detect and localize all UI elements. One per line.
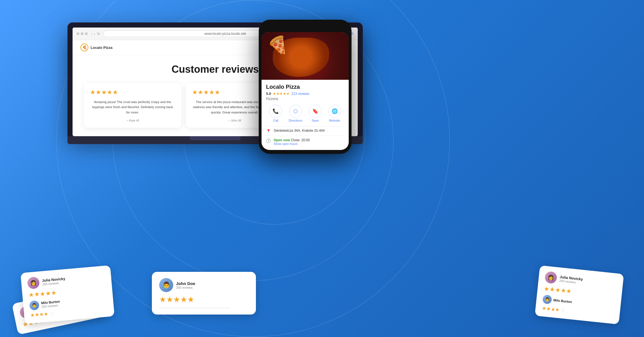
review-author-1: ~ Kate M: [90, 119, 175, 122]
john-doe-stars: ★★★★★: [159, 295, 249, 304]
john-doe-reviews: 200 reviews: [176, 286, 195, 289]
directions-label: Directions: [289, 119, 302, 122]
browser-dot-1: [76, 32, 79, 35]
location-icon: 📍: [266, 129, 271, 133]
save-icon: 🔖: [309, 105, 322, 118]
show-hours-link[interactable]: Show open hours: [274, 142, 310, 145]
phone-rating-number: 5.0: [266, 92, 271, 96]
review-stars-1: ★★★★★: [90, 89, 175, 96]
john-doe-name: John Doe: [176, 281, 195, 286]
phone-directions-button[interactable]: ⬡ Directions: [289, 105, 302, 122]
call-label: Call: [273, 119, 278, 122]
cards-bottom-right: 👩 Julia Novicky 200 reviews ★★★★★ 👨 Milo…: [537, 270, 622, 320]
clock-icon: 🕐: [266, 138, 271, 143]
milo-right-info: Milo Burton: [553, 298, 572, 304]
phone-business-info: Localo Pizza 5.0 ★★★★★ 213 reviews Pizze…: [262, 80, 349, 150]
website-icon: 🌐: [328, 105, 341, 118]
avatar-milo-right: 👨: [542, 295, 552, 304]
avatar-julia-2: 👩: [27, 277, 40, 290]
nested-user-info: Milo Burton 200 reviews: [41, 300, 60, 309]
milo-empty-star: ☆: [49, 310, 54, 316]
right-review-card-main: 👩 Julia Novicky 200 reviews ★★★★★ 👨 Milo…: [535, 265, 624, 324]
phone-save-button[interactable]: 🔖 Save: [309, 105, 322, 122]
phone-reviews-link[interactable]: 213 reviews: [291, 92, 309, 96]
scene: ‹ › ↻ www.localo-pizza.localo.site ≡ 🍕 L…: [0, 0, 644, 337]
pizza-visual: [262, 32, 349, 80]
close-time-text: Close: 20:00: [291, 138, 310, 142]
save-label: Save: [312, 119, 319, 122]
phone-address-row: 📍 Sienkiewicza 34A, Kraków 31-444: [266, 126, 344, 136]
phone-rating-stars: ★★★★★: [273, 92, 290, 96]
right-user-info: Julia Novicky 200 reviews: [559, 275, 583, 285]
phone-category: Pizzeria: [266, 97, 344, 101]
phone: Localo Pizza 5.0 ★★★★★ 213 reviews Pizze…: [259, 20, 352, 154]
phone-business-name: Localo Pizza: [266, 84, 344, 90]
john-doe-row: 👨 John Doe 200 reviews: [159, 278, 249, 292]
logo-icon: 🍕: [80, 44, 88, 51]
john-doe-info: John Doe 200 reviews: [176, 281, 195, 289]
milo-right-name: Milo Burton: [553, 298, 572, 304]
phone-call-button[interactable]: 📞 Call: [269, 105, 282, 122]
john-doe-divider: [159, 308, 231, 308]
review-text-1: Amazing pizza! The crust was perfectly c…: [90, 99, 175, 115]
julia-right-stars: ★★★★★: [543, 285, 572, 295]
milo-right-star-icons: ★★★★: [541, 305, 560, 313]
browser-dot-3: [85, 32, 88, 35]
phone-open-status: Open now: [274, 138, 290, 142]
brand-name: Localo Pizza: [91, 45, 112, 50]
forward-icon[interactable]: ›: [94, 32, 95, 36]
phone-website-button[interactable]: 🌐 Website: [328, 105, 341, 122]
browser-nav[interactable]: ‹ › ↻: [91, 32, 100, 36]
center-review-card: 👨 John Doe 200 reviews ★★★★★: [152, 272, 256, 315]
phone-frame: Localo Pizza 5.0 ★★★★★ 213 reviews Pizze…: [259, 20, 352, 154]
milo-right-empty-star: ☆: [560, 307, 566, 313]
phone-notch: [288, 23, 322, 30]
phone-rating-row: 5.0 ★★★★★ 213 reviews: [266, 92, 344, 96]
avatar-john-doe: 👨: [159, 278, 173, 292]
cards-bottom-left: 👩 Julia Novicky 200 reviews ★★★★★ 👩 Juli…: [22, 269, 112, 320]
milo-stars: ★★★★: [30, 311, 48, 318]
website-label: Website: [329, 119, 340, 122]
phone-actions: 📞 Call ⬡ Directions 🔖 Save 🌐: [266, 105, 344, 122]
refresh-icon[interactable]: ↻: [97, 32, 100, 36]
card-user-info-2: Julia Novicky 200 reviews: [42, 276, 66, 286]
phone-pizza-image: [262, 32, 349, 80]
phone-address: Sienkiewicza 34A, Kraków 31-444: [274, 129, 325, 133]
browser-dot-2: [81, 32, 84, 35]
call-icon: 📞: [269, 105, 282, 118]
phone-hours-info: Open now Close: 20:00Show open hours: [274, 138, 310, 145]
avatar-milo: 👨: [29, 300, 39, 311]
directions-icon: ⬡: [289, 105, 302, 118]
avatar-julia-right: 👩: [544, 271, 557, 284]
right-cards-container: 👩 Julia Novicky 200 reviews ★★★★★ 👨 Milo…: [537, 270, 622, 320]
phone-hours-row: 🕐 Open now Close: 20:00Show open hours: [266, 136, 344, 148]
browser-dots: [76, 32, 88, 35]
review-card-1: ★★★★★ Amazing pizza! The crust was perfe…: [84, 83, 181, 128]
pizza-icon: 🍕: [82, 45, 87, 50]
back-icon[interactable]: ‹: [91, 32, 92, 36]
floating-review-card-2: 👩 Julia Novicky 200 reviews ★★★★★ 👨 Milo…: [21, 265, 115, 324]
phone-screen: Localo Pizza 5.0 ★★★★★ 213 reviews Pizze…: [262, 32, 349, 150]
site-logo: 🍕 Localo Pizza: [80, 44, 112, 51]
